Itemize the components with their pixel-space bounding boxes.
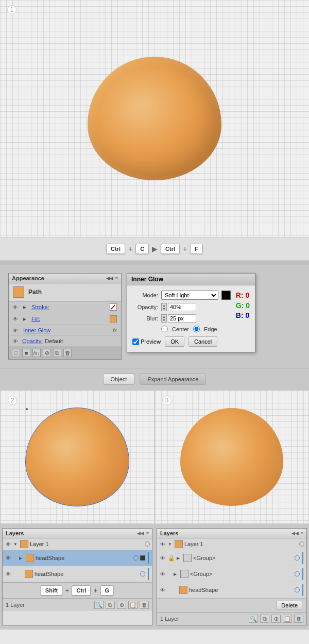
layers-tb1-right[interactable]: ⧉ — [260, 615, 269, 623]
edge-radio[interactable] — [193, 326, 200, 332]
opacity-row: 👁 Opacity: Default — [9, 336, 121, 347]
ctrl-key-layers[interactable]: Ctrl — [72, 585, 91, 596]
layers-menu-right[interactable]: ≡ — [301, 531, 303, 536]
opacity-eye-icon[interactable]: 👁 — [13, 338, 20, 344]
headshape-name-right: headShape — [189, 587, 293, 593]
glow-color-box[interactable] — [221, 291, 231, 300]
plus-layers-1: + — [65, 586, 69, 595]
panel-menu-btn[interactable]: ≡ — [115, 276, 118, 281]
layers-menu-left[interactable]: ≡ — [146, 531, 149, 536]
center-dot — [26, 408, 28, 410]
cancel-button[interactable]: Cancel — [188, 336, 217, 347]
layer1-color-right — [175, 540, 183, 548]
egg-shape-large[interactable] — [88, 57, 221, 180]
layer1-circle-right[interactable] — [299, 541, 304, 547]
layers-tb2-right[interactable]: ⊕ — [271, 615, 281, 623]
layers-bottom-left: 1 Layer 🔍 ⧉ ⊕ 📋 🗑 — [3, 598, 152, 611]
layer1-eye-right[interactable]: 👁 — [159, 541, 166, 547]
group2-circle[interactable] — [295, 571, 300, 577]
tb-trash-icon[interactable]: 🗑 — [63, 349, 72, 357]
headshape2-circle[interactable] — [140, 571, 145, 577]
headshape1-tri[interactable]: ▶ — [19, 556, 24, 561]
stroke-eye-icon[interactable]: 👁 — [13, 304, 20, 310]
appearance-title: Appearance — [12, 275, 44, 281]
headshape1-eye[interactable]: 👁 — [5, 555, 12, 561]
layers-tb3-left[interactable]: 📋 — [128, 601, 138, 609]
headshape-eye-right[interactable]: 👁 — [159, 587, 166, 593]
layer1-eye-left[interactable]: 👁 — [5, 541, 12, 547]
opacity-input[interactable] — [168, 303, 196, 311]
headshape1-row[interactable]: 👁 ▶ headShape — [3, 550, 152, 566]
layer1-row-right[interactable]: 👁 ▼ Layer 1 — [157, 538, 306, 550]
center-radio[interactable] — [161, 326, 168, 332]
headshape-circle-right[interactable] — [295, 587, 300, 592]
ok-button[interactable]: OK — [165, 336, 184, 347]
group1-row[interactable]: 👁 🔒 ▶ <Group> — [157, 550, 306, 566]
tb-copy-icon[interactable]: ⧉ — [53, 349, 61, 357]
fx-button[interactable]: fx — [113, 328, 117, 333]
dialog-titlebar: Inner Glow — [127, 274, 255, 285]
group2-row[interactable]: 👁 ▶ <Group> — [157, 566, 306, 582]
fill-label[interactable]: Fill: — [31, 316, 107, 322]
layers-tb2-left[interactable]: ⊕ — [117, 601, 126, 609]
g-key-layers[interactable]: G — [100, 585, 114, 596]
object-button[interactable]: Object — [103, 374, 135, 385]
headshape2-eye[interactable]: 👁 — [5, 571, 12, 577]
step-number-1: 1 — [7, 5, 16, 14]
group1-tri[interactable]: ▶ — [177, 556, 182, 561]
headshape1-circle[interactable] — [133, 555, 139, 561]
layers-collapse-left[interactable]: ◀◀ — [137, 531, 144, 536]
inner-glow-label[interactable]: Inner Glow — [23, 327, 110, 333]
headshape-row-right[interactable]: 👁 headShape — [157, 582, 306, 598]
layers-tb3-right[interactable]: 📋 — [283, 615, 292, 623]
c-key[interactable]: C — [135, 244, 149, 254]
group1-circle[interactable] — [295, 555, 300, 561]
layer1-row-left[interactable]: 👁 ▼ Layer 1 — [3, 538, 152, 550]
delete-button[interactable]: Delete — [277, 601, 302, 610]
opacity-label[interactable]: Opacity: — [22, 338, 43, 344]
layers-search-left[interactable]: 🔍 — [94, 601, 104, 609]
fill-eye-icon[interactable]: 👁 — [13, 316, 20, 322]
opacity-dialog-row: Opacity: ▲▼ — [132, 303, 231, 311]
expand-appearance-button[interactable]: Expand Appearance — [140, 374, 206, 385]
appearance-panel: Appearance ◀◀ ≡ Path 👁 ▶ Stroke: 👁 ▶ Fil… — [8, 273, 122, 360]
egg-shape-step3[interactable] — [180, 408, 283, 506]
group2-tri[interactable]: ▶ — [174, 572, 179, 577]
inner-glow-eye-icon[interactable]: 👁 — [13, 328, 20, 333]
stroke-label[interactable]: Stroke: — [31, 304, 107, 310]
headshape1-square — [140, 555, 145, 561]
layers-trash-left[interactable]: 🗑 — [140, 601, 149, 609]
blur-input[interactable] — [168, 314, 196, 323]
ctrl-key-1[interactable]: Ctrl — [106, 244, 125, 254]
layer1-tri-right[interactable]: ▼ — [168, 542, 173, 547]
layers-tb1-left[interactable]: ⧉ — [106, 601, 115, 609]
layer1-circle-left[interactable] — [145, 541, 150, 547]
tb-filled-square-icon[interactable]: ■ — [22, 349, 30, 357]
stroke-arrow[interactable]: ▶ — [23, 305, 28, 310]
tb-fx-icon[interactable]: fx↓ — [32, 349, 41, 357]
layers-collapse-right[interactable]: ◀◀ — [291, 531, 299, 536]
f-key[interactable]: F — [190, 244, 203, 254]
egg-shape-step2[interactable] — [26, 408, 129, 506]
fill-row: 👁 ▶ Fill: — [9, 313, 121, 325]
blur-spin-arrows[interactable]: ▲▼ — [161, 314, 167, 323]
fill-arrow[interactable]: ▶ — [23, 317, 28, 321]
group1-eye[interactable]: 👁 — [159, 555, 166, 561]
headshape2-row[interactable]: 👁 headShape — [3, 566, 152, 582]
tb-no-icon[interactable]: ⊘ — [43, 349, 51, 357]
shift-key-layers[interactable]: Shift — [41, 585, 62, 596]
preview-checkbox[interactable] — [132, 338, 139, 345]
headshape2-name: headShape — [35, 571, 139, 577]
layers-search-right[interactable]: 🔍 — [249, 615, 258, 623]
panel-collapse-btn[interactable]: ◀◀ — [106, 276, 113, 281]
layers-trash-right[interactable]: 🗑 — [294, 615, 303, 623]
tb-square-icon[interactable]: □ — [12, 349, 20, 357]
opacity-spin-arrows[interactable]: ▲▼ — [161, 303, 167, 311]
ctrl-key-2[interactable]: Ctrl — [161, 244, 180, 254]
layer1-color-left — [20, 540, 28, 548]
mode-select[interactable]: Soft Light — [161, 291, 218, 300]
mode-label: Mode: — [132, 292, 158, 298]
layers-titlebar-right: Layers ◀◀ ≡ — [157, 529, 306, 538]
layer1-tri-left[interactable]: ▼ — [13, 542, 19, 547]
group2-eye[interactable]: 👁 — [159, 571, 166, 577]
